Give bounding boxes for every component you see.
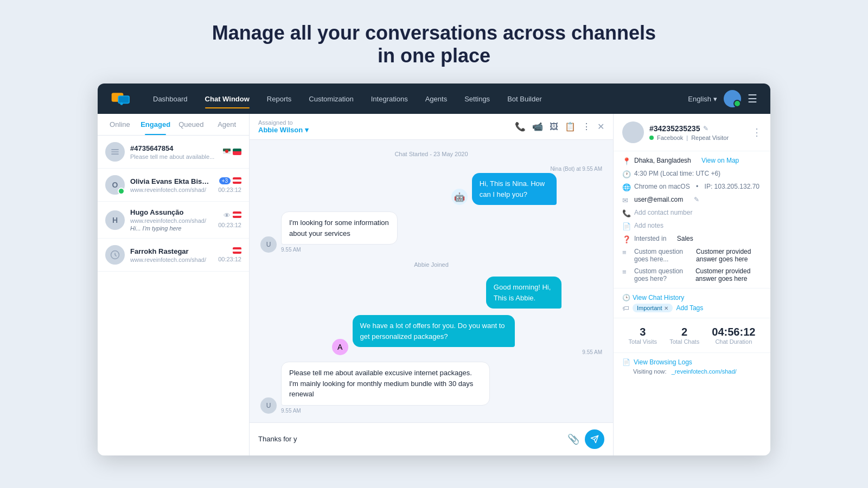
- attachment-icon[interactable]: 📎: [567, 433, 579, 445]
- tag-icon: 🏷: [622, 304, 629, 312]
- msg-content-5: Please tell me about available excusive …: [281, 362, 602, 414]
- msg-time-5: 9.55 AM: [281, 408, 602, 414]
- language-selector[interactable]: English ▾: [688, 95, 717, 103]
- flag-icon-at-4: [233, 247, 241, 254]
- nav-item-settings[interactable]: Settings: [457, 91, 497, 107]
- interest-icon: ❓: [622, 235, 630, 243]
- rp-custom-a2: Customer provided answer goes here: [695, 267, 762, 282]
- conv-name-3: Hugo Assunção: [130, 208, 213, 216]
- email-icon: ✉: [622, 196, 630, 204]
- msg-row-4: We have a lot of offers for you. Do you …: [260, 315, 602, 355]
- tab-queued[interactable]: Queued: [174, 114, 209, 135]
- hamburger-menu-icon[interactable]: ☰: [748, 92, 757, 105]
- user-avatar[interactable]: [724, 90, 741, 107]
- nav-item-dashboard[interactable]: Dashboard: [145, 91, 195, 107]
- left-panel: Online Engaged Queued Agent #4735647854 …: [98, 114, 250, 455]
- video-icon[interactable]: 📹: [532, 121, 543, 132]
- view-on-map-link[interactable]: View on Map: [701, 157, 739, 164]
- rp-time-row: 🕐 4:30 PM (Local time: UTC +6): [622, 170, 762, 178]
- conv-badge-2: +3: [219, 177, 231, 184]
- msg-content-4: We have a lot of offers for you. Do you …: [353, 315, 602, 355]
- nav-item-reports[interactable]: Reports: [259, 91, 299, 107]
- visiting-now-row: Visiting now: _reveinfotech.com/shad/: [622, 368, 762, 375]
- rp-custom-q2: Custom question goes here?: [634, 267, 685, 282]
- conv-preview-3: www.reveinfotech.com/shad/: [130, 217, 213, 224]
- rp-ip: IP: 103.205.132.70: [705, 183, 760, 190]
- msg-content-2: I'm looking for some information about y…: [281, 211, 460, 253]
- chat-messages: Chat Started - 23 May 2020 Nina (Bot) at…: [250, 140, 613, 422]
- rp-browsing: 📄 View Browsing Logs Visiting now: _reve…: [614, 353, 770, 380]
- image-icon[interactable]: 🖼: [550, 122, 558, 132]
- tab-engaged[interactable]: Engaged: [138, 114, 174, 135]
- msg-row-2: U I'm looking for some information about…: [260, 211, 602, 253]
- rp-custom-q2-row: ≡ Custom question goes here? Customer pr…: [622, 267, 762, 282]
- custom-q2-icon: ≡: [622, 268, 630, 276]
- nav-logo[interactable]: [111, 89, 132, 108]
- conv-avatar-2: O: [105, 175, 125, 195]
- nav-right: English ▾ ☰: [688, 90, 757, 107]
- tab-online[interactable]: Online: [102, 114, 138, 135]
- copy-icon[interactable]: 📋: [565, 121, 576, 132]
- rp-id-row: #34235235235 ✎: [649, 124, 729, 133]
- rp-chat-id: #34235235235: [649, 124, 700, 133]
- view-browsing-logs-link[interactable]: 📄 View Browsing Logs: [622, 358, 762, 366]
- tag-remove-icon[interactable]: ✕: [664, 305, 668, 311]
- rp-custom-a1: Customer provided answer goes here: [696, 248, 762, 263]
- nav-item-customization[interactable]: Customization: [301, 91, 361, 107]
- rp-add-phone[interactable]: Add contact number: [634, 209, 692, 216]
- chat-input[interactable]: [258, 435, 562, 443]
- msg-bubble-1: Hi, This is Nina. How can I help you?: [472, 173, 557, 205]
- browser-icon: 🌐: [622, 183, 630, 191]
- conv-info-1: #4735647854 Please tell me about availab…: [130, 144, 218, 160]
- msg-row-3: Good morning! Hi, This is Abbie.: [260, 277, 602, 309]
- chat-duration-value: 04:56:12: [712, 326, 755, 338]
- chat-panel: Assaigned to Abbie Wilson ▾ 📞 📹 🖼 📋 ⋮ ✕ …: [250, 114, 613, 455]
- view-chat-history-link[interactable]: 🕒 View Chat History: [622, 294, 762, 301]
- nav-item-bot-builder[interactable]: Bot Builder: [500, 91, 550, 107]
- svg-point-3: [120, 102, 123, 105]
- online-dot: [649, 136, 654, 140]
- msg-time-4: 9.55 AM: [353, 349, 602, 355]
- more-options-icon[interactable]: ⋮: [582, 121, 591, 132]
- rp-badges: Facebook | Repeat Visitor: [649, 134, 729, 141]
- edit-icon[interactable]: ✎: [703, 125, 709, 132]
- add-tags-button[interactable]: Add Tags: [676, 304, 703, 312]
- conv-item-4[interactable]: Farrokh Rastegar www.reveinfotech.com/sh…: [98, 239, 249, 272]
- chat-date-divider: Chat Started - 23 May 2020: [260, 151, 602, 157]
- rp-browser: Chrome on macOS: [634, 183, 690, 190]
- conv-preview-1: Please tell me about available...: [130, 153, 218, 160]
- rp-browser-row: 🌐 Chrome on macOS • IP: 103.205.132.70: [622, 183, 762, 191]
- rp-visitor-info: #34235235235 ✎ Facebook | Repeat Visitor: [649, 124, 729, 141]
- rp-notes-row: 📄 Add notes: [622, 222, 762, 230]
- chat-header: Assaigned to Abbie Wilson ▾ 📞 📹 🖼 📋 ⋮ ✕: [250, 114, 613, 140]
- phone-icon[interactable]: 📞: [515, 121, 526, 132]
- rp-add-notes[interactable]: Add notes: [634, 222, 663, 229]
- nav-item-chat-window[interactable]: Chat Window: [197, 91, 257, 107]
- main-body: Online Engaged Queued Agent #4735647854 …: [98, 114, 770, 455]
- nav-item-agents[interactable]: Agents: [418, 91, 455, 107]
- total-visits-value: 3: [629, 326, 657, 338]
- total-chats-value: 2: [669, 326, 699, 338]
- conv-time-4: 00:23:12: [218, 256, 241, 262]
- assignee-dropdown[interactable]: Abbie Wilson ▾: [258, 126, 309, 134]
- chevron-down-icon: ▾: [713, 95, 717, 103]
- send-button[interactable]: [585, 429, 604, 449]
- visiting-url: _reveinfotech.com/shad/: [672, 368, 737, 375]
- tab-agent[interactable]: Agent: [209, 114, 245, 135]
- conv-info-4: Farrokh Rastegar www.reveinfotech.com/sh…: [130, 247, 213, 263]
- email-edit-icon[interactable]: ✎: [694, 196, 699, 203]
- language-label: English: [688, 95, 711, 103]
- rp-email-row: ✉ user@email.com ✎: [622, 196, 762, 204]
- rp-more-options[interactable]: ⋮: [752, 126, 762, 138]
- close-chat-icon[interactable]: ✕: [597, 121, 604, 132]
- conv-name-2: Olivia Evans Ekta Bishal N...: [130, 177, 213, 185]
- msg-bubble-2: I'm looking for some information about y…: [281, 211, 398, 245]
- svg-point-6: [225, 150, 228, 153]
- nav-item-integrations[interactable]: Integrations: [363, 91, 416, 107]
- location-icon: 📍: [622, 157, 630, 165]
- conv-item-1[interactable]: #4735647854 Please tell me about availab…: [98, 136, 249, 169]
- conv-item-3[interactable]: H Hugo Assunção www.reveinfotech.com/sha…: [98, 202, 249, 239]
- conv-item-2[interactable]: O Olivia Evans Ekta Bishal N... www.reve…: [98, 169, 249, 202]
- assigned-to-label: Assaigned to: [258, 119, 309, 126]
- conv-icons-4: [233, 247, 241, 254]
